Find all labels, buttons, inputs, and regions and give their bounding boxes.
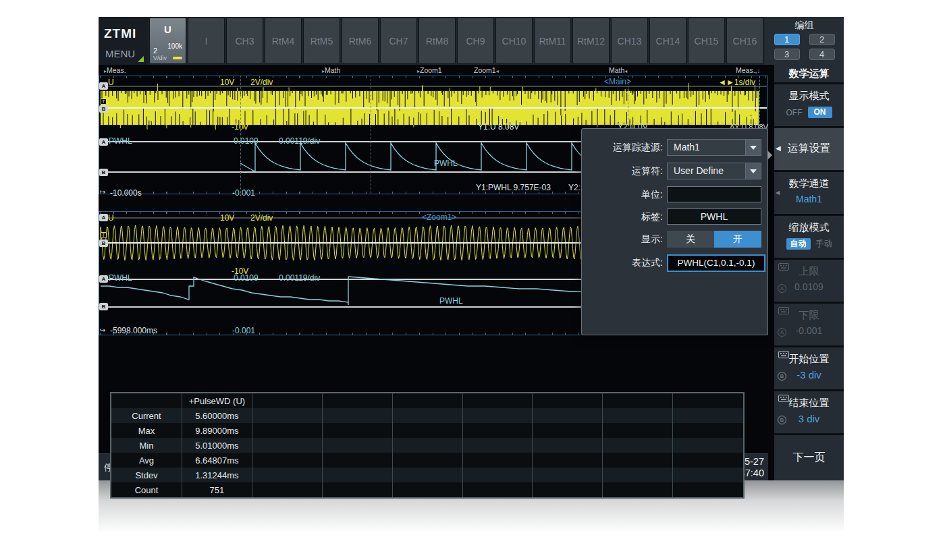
next-page-button[interactable]: 下一页 (774, 435, 844, 480)
right-menu: 数学运算 显示模式 OFF ON ◀ 运算设置 ◀ 数学通道 Math1 缩放模… (774, 65, 844, 480)
table-row-value: 6.64807ms (182, 453, 252, 468)
keyboard-icon (778, 307, 789, 314)
tag-label: 标签: (582, 208, 663, 226)
chevron-down-icon[interactable] (745, 140, 761, 155)
math-readout-y2: Y2: (568, 184, 580, 192)
group-button-4[interactable]: 4 (809, 49, 835, 60)
oscilloscope-screen: ZTMI MENU U2V/div100kICH3RtM4RtM5RtM6CH7… (99, 17, 844, 480)
operator-label: 运算符: (582, 162, 663, 180)
math-lower-label: -0.001 (232, 189, 255, 198)
timebase-label: ◄►1s/div (718, 78, 755, 87)
sidebar-item-calc-settings[interactable]: ◀ 运算设置 (774, 128, 844, 170)
channel-tab-ch13[interactable]: CH13 (611, 18, 648, 64)
table-empty-cell (603, 482, 673, 497)
chevron-down-icon[interactable] (745, 163, 761, 179)
zoom-mode-manual[interactable]: 手动 (816, 238, 832, 250)
table-empty-cell (533, 468, 603, 482)
channel-tab-ch9[interactable]: CH9 (457, 18, 494, 64)
channel-tab-ch14[interactable]: CH14 (649, 18, 686, 64)
table-empty-cell (393, 482, 463, 497)
dialog-notch (767, 150, 772, 160)
marker-a-icon[interactable]: A (99, 275, 108, 283)
channel-tab-ch16[interactable]: CH16 (726, 18, 763, 64)
section-divider[interactable] (240, 76, 241, 194)
channel-tab-label: RtM11 (539, 36, 566, 47)
ruler-label-text: Meas. (107, 66, 126, 74)
channel-tab-rtm12[interactable]: RtM12 (572, 18, 610, 64)
channel-tab-rtm11[interactable]: RtM11 (534, 18, 571, 64)
math-channel-value: Math1 (774, 194, 844, 204)
channel-tab-rtm6[interactable]: RtM6 (342, 18, 379, 64)
marker-a-icon[interactable]: A (99, 82, 108, 90)
sidebar-item-zoom-mode[interactable]: 缩放模式 自动 手动 (774, 216, 844, 258)
math-scale-label: 0.00119/div (279, 137, 320, 146)
table-empty-cell (603, 408, 673, 423)
zoom-title: <Zoom1> (422, 213, 456, 222)
marker-b-icon[interactable]: B (99, 240, 108, 247)
group-button-1[interactable]: 1 (774, 34, 800, 45)
ruler-label-zoom1[interactable]: ▸Zoom1 (417, 66, 442, 74)
table-empty-cell (533, 482, 603, 497)
sidebar-item-start-position[interactable]: B 开始位置 -3 div (774, 347, 844, 389)
table-empty-cell (673, 423, 743, 438)
sidebar-item-end-position[interactable]: B 结束位置 3 div (774, 391, 844, 433)
channel-tab-ch15[interactable]: CH15 (688, 18, 725, 64)
marker-b-icon[interactable]: B (99, 105, 108, 113)
tag-input[interactable]: PWHL (667, 208, 761, 225)
zoom-mode-auto[interactable]: 自动 (786, 238, 811, 250)
channel-tab-rtm4[interactable]: RtM4 (265, 18, 302, 64)
unit-input[interactable] (667, 186, 761, 202)
table-empty-cell (673, 408, 743, 423)
display-mode-off[interactable]: OFF (786, 108, 803, 117)
menu-title: 数学运算 (774, 65, 844, 82)
ruler-label-math[interactable]: Math◂ (609, 66, 627, 74)
marker-b-icon[interactable]: B (99, 303, 108, 310)
channel-tabs: U2V/div100kICH3RtM4RtM5RtM6CH7RtM8CH9CH1… (149, 18, 763, 64)
trigger-t-icon[interactable]: T (101, 232, 107, 238)
math-readout-y1: Y1:PWHL 9.757E-03 (476, 184, 551, 192)
sidebar-item-display-mode[interactable]: 显示模式 OFF ON (774, 84, 844, 126)
ruler-label-meas[interactable]: Meas.,↓ (736, 66, 761, 74)
channel-tab-ch7[interactable]: CH7 (380, 18, 417, 64)
ruler-label-meas[interactable]: ▸Meas. (104, 66, 126, 74)
table-empty-cell (323, 408, 393, 423)
table-empty-cell (673, 468, 743, 482)
menu-button[interactable]: MENU (105, 48, 135, 59)
channel-tab-ch3[interactable]: CH3 (226, 18, 263, 64)
expression-input[interactable]: PWHL(C1,0.1,-0.1) (667, 254, 765, 272)
channel-tab-i[interactable]: I (188, 18, 225, 64)
display-on-option[interactable]: 开 (714, 231, 761, 248)
sidebar-item-upper-limit[interactable]: A 上限 0.0109 (774, 260, 844, 302)
ruler-label-math[interactable]: ▸Math (322, 66, 340, 74)
group-button-2[interactable]: 2 (809, 34, 835, 45)
knob-b-icon: B (778, 372, 786, 381)
channel-tab-u[interactable]: U2V/div100k (149, 18, 186, 64)
section-divider[interactable] (371, 76, 371, 194)
table-empty-header (393, 393, 463, 408)
table-empty-cell (673, 438, 743, 453)
operator-dropdown[interactable]: User Define (667, 163, 761, 179)
source-label: 运算踪迹源: (582, 138, 663, 157)
marker-a-icon[interactable]: A (99, 214, 108, 221)
table-empty-cell (463, 423, 533, 438)
channel-tab-rtm8[interactable]: RtM8 (418, 18, 456, 64)
marker-a-icon[interactable]: A (99, 138, 108, 146)
sidebar-item-math-channel[interactable]: ◀ 数学通道 Math1 (774, 172, 844, 214)
right-level-marker[interactable]: ◄■ (747, 113, 756, 122)
marker-b-icon[interactable]: B (99, 169, 108, 176)
group-button-3[interactable]: 3 (774, 49, 800, 60)
display-off-option[interactable]: 关 (667, 231, 714, 248)
source-dropdown[interactable]: Math1 (667, 139, 761, 156)
sidebar-item-lower-limit[interactable]: A 下限 -0.001 (774, 304, 844, 345)
channel-tab-label: CH15 (695, 36, 719, 47)
table-header-row: +PulseWD (U) (111, 393, 743, 408)
display-mode-on[interactable]: ON (808, 107, 832, 118)
trigger-position-marker[interactable]: U (624, 87, 629, 96)
trigger-t-icon[interactable]: T (101, 99, 107, 105)
operator-value: User Define (674, 165, 724, 176)
channel-tab-rtm5[interactable]: RtM5 (303, 18, 340, 64)
ruler-label-zoom1[interactable]: Zoom1◂ (474, 66, 499, 74)
channel-tab-ch10[interactable]: CH10 (495, 18, 533, 64)
table-column-header: +PulseWD (U) (182, 393, 252, 408)
table-row-value: 9.89000ms (182, 423, 252, 438)
